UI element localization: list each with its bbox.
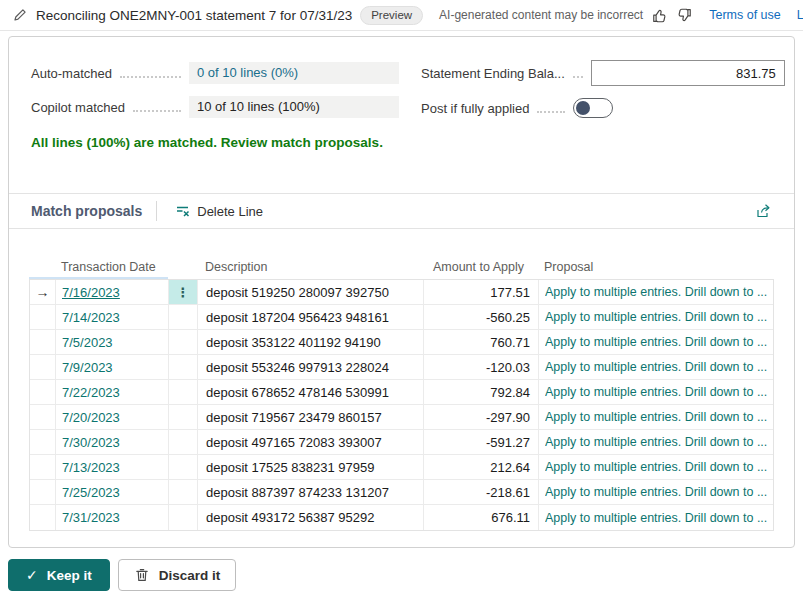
row-menu-cell[interactable]: ⋮ bbox=[169, 405, 198, 429]
auto-matched-value[interactable]: 0 of 10 lines (0%) bbox=[189, 62, 399, 84]
description-cell[interactable]: deposit 553246 997913 228024 bbox=[198, 355, 424, 379]
row-selector-cell[interactable]: → bbox=[30, 480, 56, 504]
proposal-cell: Apply to multiple entries. Drill down to… bbox=[539, 330, 775, 354]
proposal-link[interactable]: Apply to multiple entries. Drill down to… bbox=[545, 385, 767, 399]
row-selector-cell[interactable]: → bbox=[30, 430, 56, 454]
description-cell[interactable]: deposit 187204 956423 948161 bbox=[198, 305, 424, 329]
proposal-link[interactable]: Apply to multiple entries. Drill down to… bbox=[545, 460, 767, 474]
transaction-date-link[interactable]: 7/14/2023 bbox=[62, 310, 120, 325]
row-selector-cell[interactable]: → bbox=[30, 305, 56, 329]
column-header-description[interactable]: Description bbox=[197, 260, 423, 274]
table-row[interactable]: → 7/20/2023 ⋮ deposit 719567 23479 86015… bbox=[30, 405, 773, 430]
amount-cell[interactable]: -120.03 bbox=[424, 355, 539, 379]
table-row[interactable]: → 7/22/2023 ⋮ deposit 678652 478146 5309… bbox=[30, 380, 773, 405]
proposal-link[interactable]: Apply to multiple entries. Drill down to… bbox=[545, 285, 767, 299]
description-cell[interactable]: deposit 719567 23479 860157 bbox=[198, 405, 424, 429]
transaction-date-link[interactable]: 7/30/2023 bbox=[62, 435, 120, 450]
row-menu-cell[interactable]: ⋮ bbox=[169, 430, 198, 454]
table-row[interactable]: → 7/31/2023 ⋮ deposit 493172 56387 95292… bbox=[30, 505, 773, 530]
row-menu-cell[interactable]: ⋮ bbox=[169, 355, 198, 379]
dotted-leader bbox=[120, 69, 181, 78]
keep-it-button[interactable]: ✓ Keep it bbox=[8, 559, 110, 591]
table-row[interactable]: → 7/13/2023 ⋮ deposit 17525 838231 97959… bbox=[30, 455, 773, 480]
row-menu-cell[interactable]: ⋮ bbox=[169, 305, 198, 329]
table-row[interactable]: → 7/16/2023 ⋮ deposit 519250 280097 3927… bbox=[30, 280, 773, 305]
terms-of-use-link[interactable]: Terms of use bbox=[709, 8, 781, 22]
row-selector-cell[interactable]: → bbox=[30, 330, 56, 354]
amount-cell[interactable]: 676.11 bbox=[424, 505, 539, 530]
description-cell[interactable]: deposit 519250 280097 392750 bbox=[198, 280, 424, 304]
proposal-link[interactable]: Apply to multiple entries. Drill down to… bbox=[545, 360, 767, 374]
statement-balance-input[interactable] bbox=[591, 60, 785, 86]
amount-cell[interactable]: -218.61 bbox=[424, 480, 539, 504]
row-menu-cell[interactable]: ⋮ bbox=[169, 455, 198, 479]
table-row[interactable]: → 7/14/2023 ⋮ deposit 187204 956423 9481… bbox=[30, 305, 773, 330]
transaction-date-link[interactable]: 7/5/2023 bbox=[62, 335, 113, 350]
table-row[interactable]: → 7/9/2023 ⋮ deposit 553246 997913 22802… bbox=[30, 355, 773, 380]
table-row[interactable]: → 7/25/2023 ⋮ deposit 887397 874233 1312… bbox=[30, 480, 773, 505]
amount-cell[interactable]: 212.64 bbox=[424, 455, 539, 479]
proposal-link[interactable]: Apply to multiple entries. Drill down to… bbox=[545, 335, 767, 349]
thumbs-down-button[interactable] bbox=[676, 3, 693, 27]
amount-cell[interactable]: 792.84 bbox=[424, 380, 539, 404]
description-cell[interactable]: deposit 17525 838231 97959 bbox=[198, 455, 424, 479]
transaction-date-link[interactable]: 7/13/2023 bbox=[62, 460, 120, 475]
delete-line-button[interactable]: Delete Line bbox=[171, 198, 267, 224]
row-selector-cell[interactable]: → bbox=[30, 355, 56, 379]
column-header-proposal[interactable]: Proposal bbox=[538, 260, 774, 274]
table-row[interactable]: → 7/30/2023 ⋮ deposit 497165 72083 39300… bbox=[30, 430, 773, 455]
proposal-cell: Apply to multiple entries. Drill down to… bbox=[539, 480, 775, 504]
amount-cell[interactable]: -560.25 bbox=[424, 305, 539, 329]
learn-more-link[interactable]: Learn more bbox=[797, 8, 803, 22]
transaction-date-link[interactable]: 7/31/2023 bbox=[62, 510, 120, 525]
transaction-date-link[interactable]: 7/20/2023 bbox=[62, 410, 120, 425]
proposal-cell: Apply to multiple entries. Drill down to… bbox=[539, 280, 775, 304]
row-menu-cell[interactable]: ⋮ bbox=[169, 330, 198, 354]
amount-cell[interactable]: -591.27 bbox=[424, 430, 539, 454]
copilot-matched-value: 10 of 10 lines (100%) bbox=[189, 96, 399, 118]
row-selector-cell[interactable]: → bbox=[30, 455, 56, 479]
edit-pencil-icon bbox=[12, 7, 28, 23]
discard-it-button[interactable]: Discard it bbox=[118, 559, 237, 591]
proposal-link[interactable]: Apply to multiple entries. Drill down to… bbox=[545, 310, 767, 324]
thumbs-up-button[interactable] bbox=[651, 3, 668, 27]
amount-cell[interactable]: 760.71 bbox=[424, 330, 539, 354]
row-selector-cell[interactable]: → bbox=[30, 405, 56, 429]
transaction-date-link[interactable]: 7/9/2023 bbox=[62, 360, 113, 375]
preview-badge: Preview bbox=[360, 6, 423, 25]
share-button[interactable] bbox=[754, 202, 772, 220]
thumbs-down-icon bbox=[676, 7, 693, 24]
column-header-amount[interactable]: Amount to Apply bbox=[423, 260, 538, 274]
discard-it-label: Discard it bbox=[159, 568, 221, 583]
transaction-date-cell: 7/30/2023 bbox=[56, 430, 169, 454]
proposal-link[interactable]: Apply to multiple entries. Drill down to… bbox=[545, 511, 767, 525]
row-menu-cell[interactable]: ⋮ bbox=[169, 480, 198, 504]
row-menu-cell[interactable]: ⋮ bbox=[169, 505, 198, 530]
column-header-transaction-date[interactable]: Transaction Date bbox=[55, 260, 168, 274]
row-menu-cell[interactable]: ⋮ bbox=[169, 380, 198, 404]
transaction-date-link[interactable]: 7/22/2023 bbox=[62, 385, 120, 400]
amount-cell[interactable]: -297.90 bbox=[424, 405, 539, 429]
description-cell[interactable]: deposit 493172 56387 95292 bbox=[198, 505, 424, 530]
page-title: Reconciling ONE2MNY-001 statement 7 for … bbox=[36, 8, 352, 23]
copilot-reconciliation-dialog: Reconciling ONE2MNY-001 statement 7 for … bbox=[0, 0, 803, 594]
description-cell[interactable]: deposit 497165 72083 393007 bbox=[198, 430, 424, 454]
post-if-fully-applied-toggle[interactable] bbox=[573, 98, 613, 118]
table-row[interactable]: → 7/5/2023 ⋮ deposit 353122 401192 94190… bbox=[30, 330, 773, 355]
description-cell[interactable]: deposit 887397 874233 131207 bbox=[198, 480, 424, 504]
proposal-link[interactable]: Apply to multiple entries. Drill down to… bbox=[545, 485, 767, 499]
proposal-link[interactable]: Apply to multiple entries. Drill down to… bbox=[545, 410, 767, 424]
description-cell[interactable]: deposit 678652 478146 530991 bbox=[198, 380, 424, 404]
amount-cell[interactable]: 177.51 bbox=[424, 280, 539, 304]
row-selector-cell[interactable]: → bbox=[30, 280, 56, 304]
copilot-matched-label: Copilot matched bbox=[31, 100, 125, 115]
proposal-link[interactable]: Apply to multiple entries. Drill down to… bbox=[545, 435, 767, 449]
transaction-date-link[interactable]: 7/16/2023 bbox=[62, 285, 120, 300]
ai-disclaimer-text: AI-generated content may be incorrect bbox=[439, 8, 643, 22]
description-cell[interactable]: deposit 353122 401192 94190 bbox=[198, 330, 424, 354]
row-menu-cell[interactable]: ⋮ bbox=[169, 280, 198, 304]
row-selector-cell[interactable]: → bbox=[30, 380, 56, 404]
transaction-date-link[interactable]: 7/25/2023 bbox=[62, 485, 120, 500]
row-selector-cell[interactable]: → bbox=[30, 505, 56, 530]
transaction-date-cell: 7/25/2023 bbox=[56, 480, 169, 504]
